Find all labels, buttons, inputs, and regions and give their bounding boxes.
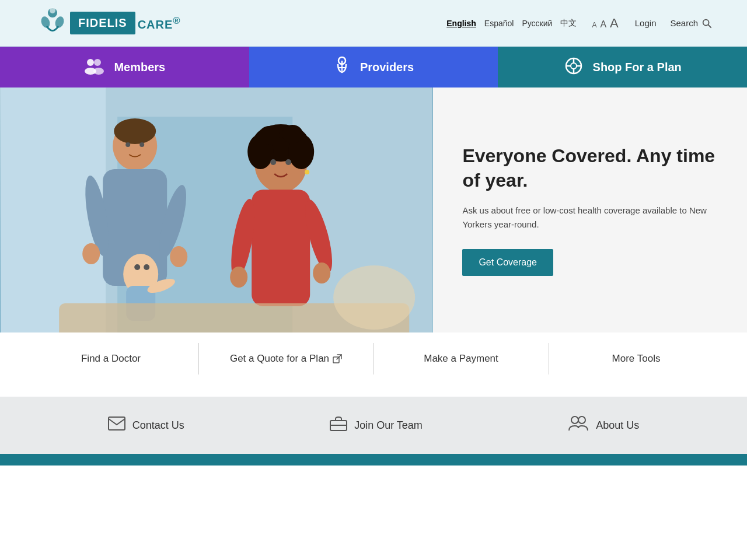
svg-point-3	[50, 8, 55, 13]
members-nav-button[interactable]: Members	[0, 47, 249, 88]
font-size-medium[interactable]: A	[600, 19, 606, 30]
main-nav: Members Providers Shop For a Plan	[0, 47, 747, 88]
get-quote-label-wrap: Get a Quote for a Plan	[230, 353, 342, 365]
about-us-label: About Us	[596, 419, 639, 432]
svg-point-6	[87, 59, 94, 66]
language-options: English Español Русский 中文	[446, 18, 577, 29]
hero-illustration	[0, 88, 433, 332]
shop-nav-button[interactable]: Shop For a Plan	[498, 47, 747, 88]
find-doctor-label: Find a Doctor	[81, 353, 141, 365]
search-label: Search	[670, 18, 698, 28]
bottom-teal-bar	[0, 454, 747, 466]
more-tools-link[interactable]: More Tools	[549, 332, 724, 385]
providers-icon	[333, 56, 351, 78]
hero-image	[0, 88, 433, 332]
svg-point-52	[333, 265, 415, 330]
hero-section: Everyone Covered. Any time of year. Ask …	[0, 88, 747, 332]
find-doctor-link[interactable]: Find a Doctor	[23, 332, 198, 385]
about-us-link[interactable]: About Us	[568, 415, 639, 435]
providers-label: Providers	[360, 61, 414, 74]
join-team-label: Join Our Team	[354, 419, 423, 432]
hero-content: Everyone Covered. Any time of year. Ask …	[433, 88, 747, 332]
more-tools-label: More Tools	[612, 353, 661, 365]
members-label: Members	[114, 61, 165, 74]
font-size-options: A A A	[592, 16, 618, 31]
svg-point-1	[40, 15, 51, 29]
get-quote-label: Get a Quote for a Plan	[230, 353, 329, 365]
make-payment-link[interactable]: Make a Payment	[374, 332, 549, 385]
providers-nav-button[interactable]: Providers	[249, 47, 498, 88]
envelope-icon	[108, 416, 125, 434]
briefcase-icon	[330, 416, 347, 435]
svg-point-41	[259, 126, 280, 145]
hero-title: Everyone Covered. Any time of year.	[462, 144, 718, 192]
make-payment-label: Make a Payment	[424, 353, 498, 365]
contact-us-link[interactable]: Contact Us	[108, 416, 184, 434]
svg-point-42	[282, 125, 303, 144]
get-quote-link[interactable]: Get a Quote for a Plan	[198, 332, 374, 385]
svg-rect-55	[109, 417, 125, 430]
join-team-link[interactable]: Join Our Team	[330, 416, 423, 435]
external-link-icon	[333, 354, 342, 363]
svg-rect-43	[252, 190, 310, 306]
svg-point-48	[270, 159, 276, 165]
svg-point-2	[54, 15, 65, 29]
svg-line-5	[708, 24, 711, 27]
header-right: English Español Русский 中文 A A A Login S…	[446, 16, 712, 31]
search-button[interactable]: Search	[670, 18, 712, 29]
tools-bar: Find a Doctor Get a Quote for a Plan Mak…	[0, 332, 747, 385]
site-header: Fidelis Care® English Español Русский 中文…	[0, 0, 747, 47]
get-coverage-button[interactable]: Get Coverage	[462, 249, 553, 276]
people-icon	[568, 415, 589, 435]
contact-us-label: Contact Us	[132, 419, 184, 432]
svg-point-30	[125, 142, 130, 147]
svg-point-35	[144, 264, 149, 270]
members-icon	[83, 57, 104, 77]
site-footer: Contact Us Join Our Team Ab	[0, 397, 747, 454]
svg-point-31	[139, 142, 144, 147]
search-icon	[701, 18, 712, 29]
login-link[interactable]: Login	[635, 18, 657, 28]
svg-point-47	[313, 262, 330, 284]
svg-point-58	[571, 416, 578, 424]
logo-care-text: Care®	[135, 10, 183, 36]
font-size-small[interactable]: A	[592, 21, 596, 29]
lang-espanol[interactable]: Español	[484, 19, 514, 28]
svg-point-15	[571, 63, 577, 69]
svg-point-34	[134, 264, 140, 270]
svg-point-49	[285, 159, 291, 165]
svg-point-59	[578, 416, 585, 424]
lang-chinese[interactable]: 中文	[560, 18, 577, 29]
logo-area[interactable]: Fidelis Care®	[35, 6, 183, 41]
font-size-large[interactable]: A	[610, 16, 619, 31]
shop-icon	[564, 56, 584, 78]
hero-subtitle: Ask us about free or low-cost health cov…	[462, 204, 718, 232]
svg-point-46	[230, 267, 247, 288]
shop-label: Shop For a Plan	[593, 61, 682, 74]
lang-english[interactable]: English	[446, 19, 476, 28]
svg-point-24	[114, 118, 156, 144]
logo-brand-text: Fidelis	[70, 12, 135, 34]
svg-point-28	[82, 243, 100, 264]
svg-point-9	[93, 68, 104, 75]
svg-point-7	[94, 59, 101, 66]
svg-point-50	[305, 170, 309, 174]
svg-point-29	[170, 246, 187, 267]
lang-russian[interactable]: Русский	[522, 19, 552, 28]
footer-links: Contact Us Join Our Team Ab	[35, 415, 712, 435]
logo-icon	[35, 6, 70, 41]
